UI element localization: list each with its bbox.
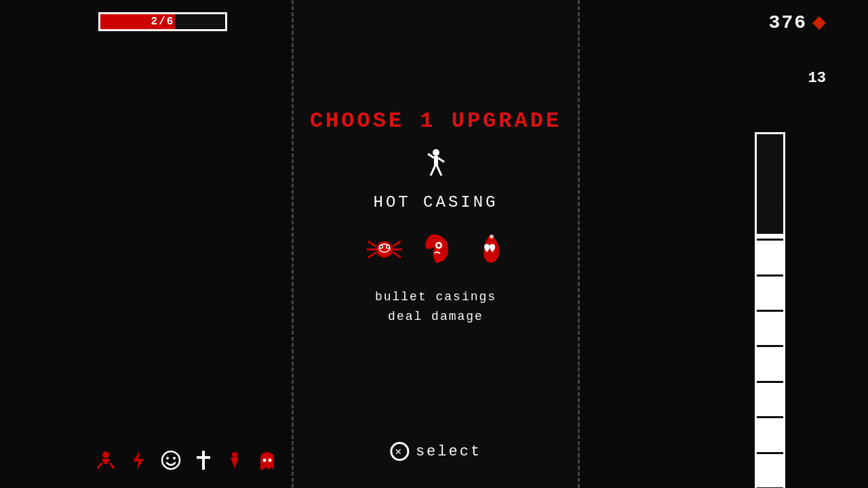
svg-line-10 (368, 252, 376, 258)
health-bar-outer: 2/6 (98, 12, 227, 31)
svg-point-22 (102, 451, 109, 458)
svg-point-1 (433, 149, 439, 156)
svg-point-28 (173, 457, 176, 460)
svg-rect-30 (197, 456, 210, 459)
svg-line-11 (393, 241, 401, 247)
svg-marker-25 (133, 451, 144, 470)
svg-point-21 (490, 235, 494, 239)
select-label: select (416, 443, 481, 460)
svg-line-5 (431, 167, 435, 176)
gauge-segment (757, 169, 783, 205)
svg-line-23 (98, 463, 102, 468)
right-gauge (755, 132, 785, 488)
item-icon-2 (416, 228, 456, 268)
gauge-segment (757, 418, 783, 453)
gauge-segment (757, 347, 783, 382)
svg-point-20 (437, 244, 440, 247)
svg-line-13 (393, 252, 401, 258)
svg-line-3 (428, 154, 434, 158)
svg-point-27 (166, 457, 169, 460)
item-icon-1 (364, 228, 405, 268)
upgrade-description: bullet casings deal damage (375, 287, 496, 327)
item-icon-3 (467, 228, 508, 268)
bottom-icon-1 (95, 449, 117, 474)
health-bar-container: 2/6 (98, 12, 227, 31)
health-text: 2/6 (151, 16, 175, 28)
x-button-icon: ✕ (390, 442, 409, 461)
svg-point-31 (232, 452, 237, 458)
gauge-segment (757, 312, 783, 347)
svg-marker-0 (812, 16, 826, 30)
svg-rect-2 (434, 156, 438, 167)
gauge-segment (757, 205, 783, 241)
upgrade-panel: CHOOSE 1 UPGRADE HOT CASING (292, 0, 580, 488)
gauge-number: 13 (808, 70, 826, 87)
svg-line-8 (368, 241, 376, 247)
bottom-icon-3 (160, 449, 182, 474)
gauge-segments (757, 134, 783, 488)
currency-value: 376 (769, 12, 807, 33)
gauge-container: 13 (808, 64, 826, 87)
bottom-icons-bar (95, 449, 278, 474)
gauge-segment (757, 383, 783, 418)
svg-point-26 (162, 451, 180, 469)
gauge-segment (757, 134, 783, 169)
svg-line-4 (438, 158, 444, 162)
gauge-segment (757, 454, 783, 488)
currency-display: 376 (769, 12, 827, 33)
items-row (364, 228, 508, 268)
svg-rect-29 (202, 451, 205, 470)
currency-icon (811, 15, 827, 31)
bottom-icon-5 (225, 449, 244, 474)
gauge-segment (757, 277, 783, 312)
svg-line-6 (437, 167, 441, 176)
svg-point-32 (263, 459, 267, 462)
select-button[interactable]: ✕ select (390, 442, 481, 461)
upgrade-name: HOT CASING (373, 193, 498, 211)
player-icon (422, 147, 450, 181)
svg-line-24 (110, 463, 114, 468)
gauge-segment (757, 241, 783, 276)
svg-point-33 (269, 459, 272, 462)
bottom-icon-4 (194, 449, 213, 474)
bottom-icon-6 (256, 449, 278, 474)
bottom-icon-2 (129, 449, 148, 474)
upgrade-title: CHOOSE 1 UPGRADE (310, 108, 561, 134)
